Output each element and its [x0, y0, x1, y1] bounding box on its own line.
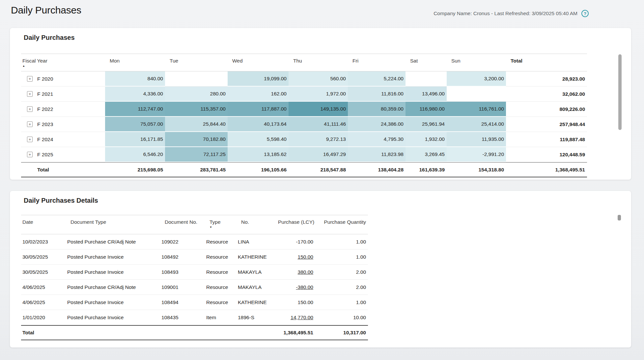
matrix-value-cell[interactable]: 560.00 — [289, 71, 348, 87]
help-icon[interactable]: ? — [581, 10, 589, 17]
column-header-document-type[interactable]: Document Type — [66, 215, 160, 234]
details-cell-doc_type: Posted Purchase Invoice — [66, 249, 160, 265]
column-header-sun[interactable]: Sun — [447, 54, 506, 71]
matrix-value-cell[interactable]: 16,171.85 — [105, 132, 165, 147]
column-header-no-[interactable]: No. — [237, 215, 273, 234]
expand-icon[interactable] — [27, 106, 33, 112]
matrix-value-cell[interactable]: 1,972.00 — [289, 87, 348, 102]
matrix-value-cell[interactable]: 72,117.25 — [165, 147, 228, 162]
expand-icon[interactable] — [27, 91, 33, 97]
matrix-value-cell[interactable] — [406, 71, 447, 87]
expand-icon[interactable] — [27, 137, 33, 142]
column-header-tue[interactable]: Tue — [165, 54, 228, 71]
matrix-value-cell[interactable]: 1,932.00 — [406, 132, 447, 147]
matrix-value-cell[interactable]: 11,935.00 — [447, 132, 506, 147]
details-total-spacer — [205, 325, 237, 340]
column-header-document-no-[interactable]: Document No. — [160, 215, 205, 234]
matrix-value-cell[interactable] — [165, 71, 228, 87]
matrix-value-cell[interactable]: 75,057.00 — [105, 117, 165, 132]
matrix-value-cell[interactable]: 5,224.00 — [348, 71, 406, 87]
column-header-thu[interactable]: Thu — [289, 54, 348, 71]
matrix-row: F 20256,546.2072,117.2513,185.6216,497.2… — [21, 147, 587, 162]
column-header-sat[interactable]: Sat — [406, 54, 447, 71]
matrix-value-cell[interactable]: 24,386.00 — [348, 117, 406, 132]
matrix-value-cell[interactable]: 11,816.00 — [348, 87, 406, 102]
purchase-drill-link[interactable]: 380.00 — [298, 269, 313, 275]
matrix-value-cell[interactable]: 3,269.45 — [406, 147, 447, 162]
column-header-fri[interactable]: Fri — [348, 54, 406, 71]
matrix-value-cell[interactable]: 70,182.80 — [165, 132, 228, 147]
matrix-value-cell[interactable]: 40,173.64 — [228, 117, 289, 132]
row-total-cell: 257,948.44 — [506, 117, 587, 132]
matrix-value-cell[interactable]: 117,887.00 — [228, 102, 289, 117]
column-header-purchase-quantity[interactable]: Purchase Quantity — [315, 215, 368, 234]
fiscal-year-label: F 2024 — [37, 137, 53, 142]
matrix-value-cell[interactable]: 4,795.30 — [348, 132, 406, 147]
matrix-scrollbar[interactable] — [618, 54, 622, 130]
daily-purchases-matrix: Fiscal Year▲MonTueWedThuFriSatSunTotal F… — [21, 54, 587, 177]
matrix-value-cell[interactable] — [447, 87, 506, 102]
details-cell-no: 1896-S — [237, 310, 273, 325]
daily-purchases-matrix-card: Daily Purchases Fiscal Year▲MonTueWedThu… — [10, 28, 631, 180]
purchase-drill-link[interactable]: 150.00 — [298, 254, 313, 260]
details-total-spacer — [160, 325, 205, 340]
details-scrollbar[interactable] — [618, 215, 621, 220]
matrix-value-cell[interactable]: 25,961.94 — [406, 117, 447, 132]
column-header-purchase-lcy-[interactable]: Purchase (LCY) — [273, 215, 315, 234]
details-cell-doc_no: 108493 — [160, 265, 205, 280]
details-total-spacer — [66, 325, 160, 340]
matrix-value-cell[interactable]: 41,111.46 — [289, 117, 348, 132]
fiscal-year-label: F 2023 — [37, 121, 53, 127]
details-card-title: Daily Purchases Details — [24, 197, 98, 204]
matrix-value-cell[interactable]: 6,546.20 — [105, 147, 165, 162]
expand-icon[interactable] — [27, 76, 33, 82]
details-cell-doc_no: 109001 — [160, 280, 205, 295]
matrix-value-cell[interactable]: 116,761.00 — [447, 102, 506, 117]
column-header-wed[interactable]: Wed — [228, 54, 289, 71]
matrix-value-cell[interactable]: 13,496.00 — [406, 87, 447, 102]
column-header-fiscal-year[interactable]: Fiscal Year▲ — [21, 54, 105, 71]
column-header-total[interactable]: Total — [506, 54, 587, 71]
matrix-value-cell[interactable]: 112,747.00 — [105, 102, 165, 117]
details-cell-doc_no: 108435 — [160, 310, 205, 325]
fiscal-year-cell: F 2022 — [21, 102, 105, 117]
details-cell-purchase: 380.00 — [273, 265, 315, 280]
column-header-mon[interactable]: Mon — [105, 54, 165, 71]
details-cell-date: 4/06/2025 — [21, 295, 66, 310]
purchase-drill-link[interactable]: -380.00 — [296, 284, 313, 290]
details-cell-type: Resource — [205, 280, 237, 295]
matrix-value-cell[interactable]: 13,185.62 — [228, 147, 289, 162]
matrix-value-cell[interactable]: 149,135.00 — [289, 102, 348, 117]
column-header-type[interactable]: Type▼ — [205, 215, 237, 234]
matrix-value-cell[interactable]: 280.00 — [165, 87, 228, 102]
matrix-value-cell[interactable]: 11,823.98 — [348, 147, 406, 162]
details-row: 30/05/2025Posted Purchase Invoice108492R… — [21, 249, 368, 265]
details-cell-qty: 1.00 — [315, 295, 368, 310]
matrix-value-cell[interactable]: 16,497.29 — [289, 147, 348, 162]
fiscal-year-label: F 2025 — [37, 152, 53, 157]
matrix-value-cell[interactable]: 3,200.00 — [447, 71, 506, 87]
matrix-value-cell[interactable]: 25,414.00 — [447, 117, 506, 132]
matrix-value-cell[interactable]: 80,359.00 — [348, 102, 406, 117]
matrix-value-cell[interactable]: 115,357.00 — [165, 102, 228, 117]
details-cell-qty: 2.00 — [315, 280, 368, 295]
column-header-date[interactable]: Date — [21, 215, 66, 234]
expand-icon[interactable] — [27, 121, 33, 127]
details-cell-purchase: -380.00 — [273, 280, 315, 295]
matrix-value-cell[interactable]: 5,598.40 — [228, 132, 289, 147]
matrix-value-cell[interactable]: 25,844.40 — [165, 117, 228, 132]
purchase-drill-link[interactable]: 14,770.00 — [291, 315, 313, 320]
matrix-value-cell[interactable]: 116,980.00 — [406, 102, 447, 117]
details-row: 4/06/2025Posted Purchase Invoice108494Re… — [21, 295, 368, 310]
matrix-value-cell[interactable]: 840.00 — [105, 71, 165, 87]
matrix-value-cell[interactable]: 4,336.00 — [105, 87, 165, 102]
expand-icon[interactable] — [27, 152, 33, 157]
matrix-value-cell[interactable]: 19,099.00 — [228, 71, 289, 87]
matrix-value-cell[interactable]: 162.00 — [228, 87, 289, 102]
matrix-value-cell[interactable]: 9,272.13 — [289, 132, 348, 147]
details-total-label: Total — [21, 325, 66, 340]
details-cell-purchase: 150.00 — [273, 249, 315, 265]
row-total-cell: 28,923.00 — [506, 71, 587, 87]
details-cell-no: LINA — [237, 234, 273, 249]
matrix-value-cell[interactable]: -2,991.20 — [447, 147, 506, 162]
